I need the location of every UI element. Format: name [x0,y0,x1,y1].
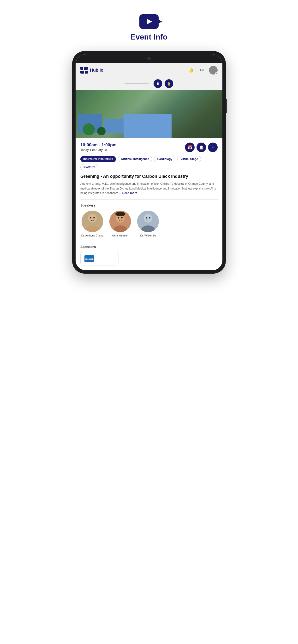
unlock-button[interactable]: 🔓 [165,79,173,88]
building-element-3 [123,114,172,138]
hubilo-icon [80,67,88,74]
speaker-avatar-2 [109,210,131,232]
svg-point-17 [149,217,151,218]
svg-point-16 [146,217,147,218]
speaker-avatar-1 [82,210,103,232]
tank-element-1 [83,124,95,135]
phone-screen: Hubilo 🔔 ✉ ⏸ 🔓 [76,54,222,270]
tags-row: Innovative Healthcare Artificial Intelli… [80,156,218,170]
pause-button[interactable]: ⏸ [154,79,162,88]
app-header: Hubilo 🔔 ✉ [76,63,222,78]
speakers-section-title: Speakers [80,204,218,207]
svg-point-6 [93,217,95,218]
divider-1 [80,199,218,200]
svg-point-11 [121,217,123,218]
speakers-list: Dr. Anthony Chang [80,210,218,237]
phone-notch [76,54,222,63]
svg-point-10 [118,217,119,218]
event-detail-card: 10:00am - 1:00pm Today, February 28 📅 📋 … [76,138,222,270]
sponsor-card[interactable]: SPONSOR [80,252,119,266]
time-info: 10:00am - 1:00pm Today, February 28 [80,142,117,152]
clipboard-button[interactable]: 📋 [197,142,206,152]
svg-point-3 [88,214,97,222]
phone-mockup: Hubilo 🔔 ✉ ⏸ 🔓 [72,51,226,274]
send-icon[interactable]: ✉ [198,67,205,74]
page-title: Event Info [130,32,168,42]
sponsors-section-title: Sponsors [80,245,218,249]
tag-ai[interactable]: Artificial Intelligence [118,156,152,162]
tank-element-2 [97,127,106,135]
session-description: Anthony Chang, M.D., chief intelligence … [80,182,218,196]
speaker-item-1[interactable]: Dr. Anthony Chang [80,210,104,237]
read-more-text: ... Read more [118,192,137,195]
event-time-range: 10:00am - 1:00pm [80,142,117,148]
tag-primary[interactable]: Innovative Healthcare [80,156,116,162]
hubilo-logo: Hubilo [80,67,103,74]
speaker-item-2[interactable]: Alina Wheeler [108,210,132,237]
event-hero-image [76,90,222,138]
add-button[interactable]: + [208,142,218,152]
svg-point-12 [115,212,125,216]
svg-text:SPONSOR: SPONSOR [85,258,93,260]
speaker-item-3[interactable]: Dr. Wilber Su [136,210,160,237]
read-more-link[interactable]: ... Read more [119,192,137,195]
front-camera [147,57,151,60]
event-date: Today, February 28 [80,148,117,152]
tag-cardiology[interactable]: Cardiology [154,156,175,162]
video-camera-icon [139,14,159,29]
swipe-bar-row: ⏸ 🔓 [76,78,222,90]
header-icons: 🔔 ✉ [188,66,218,74]
swipe-handle[interactable] [125,83,149,84]
action-buttons: 📅 📋 + [185,142,218,152]
time-row: 10:00am - 1:00pm Today, February 28 📅 📋 … [80,142,218,152]
svg-point-0 [211,67,215,71]
svg-point-5 [90,217,91,218]
speaker-name-3: Dr. Wilber Su [140,234,156,237]
bell-icon[interactable]: 🔔 [188,67,195,74]
speaker-name-1: Dr. Anthony Chang [81,234,103,237]
online-indicator [215,72,218,74]
user-avatar-wrap[interactable] [209,66,218,74]
control-buttons: ⏸ 🔓 [154,79,173,88]
divider-2 [80,241,218,241]
speaker-avatar-3 [137,210,159,232]
tag-platform[interactable]: Platform [80,164,98,170]
calendar-button[interactable]: 📅 [185,142,195,152]
building-element-2 [104,118,123,133]
sponsor-logo: SPONSOR [84,255,94,262]
speaker-name-2: Alina Wheeler [112,234,128,237]
app-name: Hubilo [90,68,103,73]
session-title: Greening - An opportunity for Carbon Bla… [80,174,218,179]
tag-virtual-stage[interactable]: Virtual Stage [177,156,201,162]
top-section: Event Info [130,14,168,42]
side-button [226,99,227,113]
